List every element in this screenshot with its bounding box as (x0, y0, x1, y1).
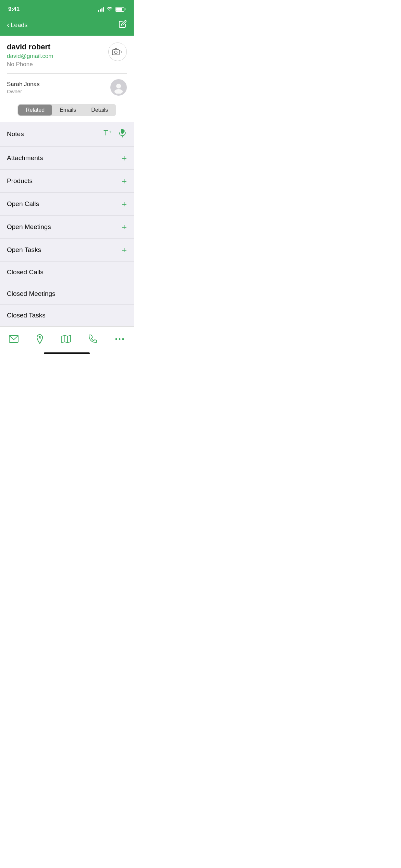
contact-email[interactable]: david@gmail.com (7, 53, 53, 60)
products-add-button[interactable]: + (122, 177, 127, 185)
list-item: Closed Tasks (0, 305, 134, 326)
contact-name: david robert (7, 43, 53, 51)
list-item: Open Meetings + (0, 216, 134, 239)
closed-meetings-label: Closed Meetings (7, 290, 56, 298)
tabs-container: Related Emails Details (0, 101, 134, 122)
chevron-left-icon: ‹ (7, 21, 9, 29)
tabs: Related Emails Details (17, 104, 116, 116)
related-section: Notes T + + Attachments + Produ (0, 122, 134, 326)
back-label: Leads (11, 22, 27, 29)
camera-button[interactable]: + + (108, 43, 127, 61)
open-calls-add-button[interactable]: + (122, 200, 127, 208)
back-button[interactable]: ‹ Leads (7, 21, 27, 29)
wifi-icon (107, 7, 113, 12)
owner-role: Owner (7, 88, 39, 94)
list-item: Attachments + (0, 147, 134, 170)
location-toolbar-button[interactable] (36, 334, 44, 344)
owner-info: Sarah Jonas Owner (7, 81, 39, 94)
notes-actions: T + + (104, 129, 127, 140)
battery-icon (115, 7, 125, 12)
text-add-icon[interactable]: T + (104, 129, 113, 140)
svg-point-17 (122, 338, 124, 340)
owner-name: Sarah Jonas (7, 81, 39, 88)
list-item: Open Calls + (0, 193, 134, 216)
nav-bar: ‹ Leads (0, 17, 134, 36)
open-meetings-add-button[interactable]: + (122, 222, 127, 231)
closed-calls-label: Closed Calls (7, 268, 44, 276)
map-toolbar-button[interactable] (61, 335, 71, 343)
list-item: Products + (0, 170, 134, 193)
products-label: Products (7, 177, 33, 185)
list-item: Closed Meetings (0, 283, 134, 305)
phone-toolbar-button[interactable] (89, 335, 97, 343)
status-time: 9:41 (8, 6, 20, 13)
notes-label: Notes (7, 130, 24, 138)
contact-phone: No Phone (7, 61, 53, 68)
svg-point-15 (116, 338, 117, 340)
attachments-label: Attachments (7, 154, 43, 162)
list-item: Open Tasks + (0, 239, 134, 262)
svg-rect-0 (112, 50, 119, 55)
signal-icon (98, 7, 104, 12)
bottom-toolbar (0, 326, 134, 350)
svg-point-1 (114, 51, 117, 54)
closed-tasks-label: Closed Tasks (7, 312, 46, 319)
edit-button[interactable] (119, 20, 127, 30)
home-bar (44, 352, 90, 354)
attachments-add-button[interactable]: + (122, 154, 127, 162)
open-tasks-add-button[interactable]: + (122, 245, 127, 254)
tab-details[interactable]: Details (84, 105, 116, 116)
svg-text:+: + (123, 129, 125, 133)
tab-emails[interactable]: Emails (52, 105, 84, 116)
svg-point-16 (119, 338, 121, 340)
open-meetings-label: Open Meetings (7, 223, 51, 231)
svg-text:T: T (104, 129, 108, 137)
contact-section: david robert david@gmail.com No Phone + … (0, 36, 134, 73)
list-item: Closed Calls (0, 262, 134, 283)
svg-point-4 (114, 89, 123, 94)
svg-marker-12 (62, 335, 71, 343)
status-icons (98, 7, 125, 12)
list-item: Notes T + + (0, 122, 134, 147)
svg-text:+: + (109, 129, 112, 134)
contact-info: david robert david@gmail.com No Phone (7, 43, 53, 68)
home-indicator (0, 350, 134, 358)
more-toolbar-button[interactable] (114, 337, 125, 341)
email-toolbar-button[interactable] (9, 335, 19, 343)
status-bar: 9:41 (0, 0, 134, 17)
open-calls-label: Open Calls (7, 200, 39, 208)
avatar (110, 79, 127, 96)
open-tasks-label: Open Tasks (7, 246, 41, 254)
owner-section: Sarah Jonas Owner (0, 74, 134, 101)
svg-point-3 (116, 84, 121, 88)
tab-related[interactable]: Related (18, 105, 52, 116)
mic-add-icon[interactable]: + (118, 129, 127, 140)
